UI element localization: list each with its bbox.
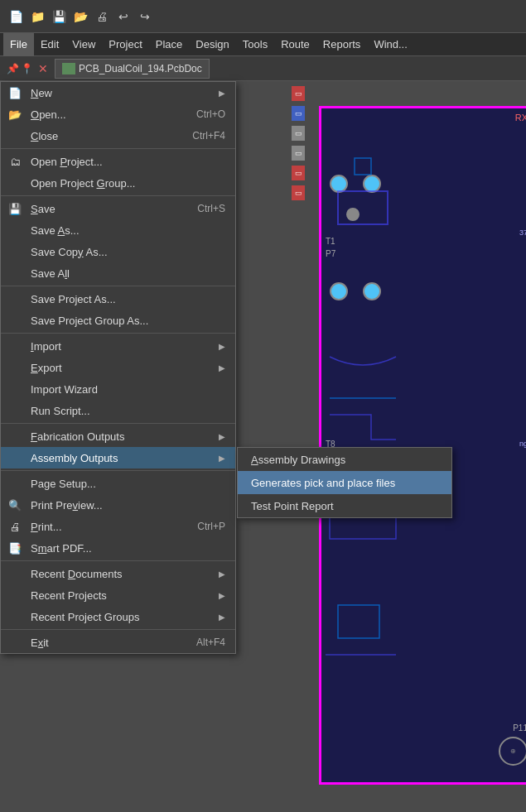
undo-icon[interactable]: ↩ [114, 7, 133, 26]
menu-item-open-project-group[interactable]: Open Project Group... [1, 172, 235, 194]
sep-2 [1, 195, 235, 196]
menu-edit[interactable]: Edit [34, 33, 65, 56]
menu-item-save-all[interactable]: Save All [1, 262, 235, 284]
new-label: New [31, 87, 219, 99]
main-content: RX T1 P7 37 T8 ng [0, 81, 526, 812]
open-folder-icon[interactable]: 📁 [28, 7, 46, 26]
menu-item-save-copy-as[interactable]: Save Copy As... [1, 241, 235, 262]
pcb-file-icon [62, 63, 75, 74]
menu-item-assembly-outputs[interactable]: Assembly Outputs ▶ Assembly Drawings Gen… [1, 447, 235, 468]
smart-pdf-icon: 📑 [6, 542, 24, 555]
menu-item-page-setup[interactable]: Page Setup... [1, 473, 235, 494]
assembly-label: Assembly Outputs [31, 452, 219, 464]
file-slot-2[interactable]: ▭ [290, 104, 306, 123]
test-point-report-label: Test Point Report [251, 500, 334, 512]
open-icon: 📂 [6, 108, 24, 121]
run-script-label: Run Script... [31, 405, 225, 417]
pin-icon[interactable]: 📌 [7, 63, 19, 74]
toolbar: 📄 📁 💾 📂 🖨 ↩ ↪ [0, 0, 526, 33]
menu-item-smart-pdf[interactable]: 📑 Smart PDF... [1, 537, 235, 559]
exit-label: Exit [31, 637, 196, 649]
menu-item-fabrication-outputs[interactable]: Fabrication Outputs ▶ [1, 425, 235, 447]
sep-6 [1, 470, 235, 471]
file-slot-1[interactable]: ▭ [290, 84, 306, 103]
menu-item-import[interactable]: Import ▶ [1, 335, 235, 357]
menu-view[interactable]: View [65, 33, 102, 56]
submenu-assembly-drawings[interactable]: Assembly Drawings [238, 448, 451, 471]
save-small-icon[interactable]: 💾 [50, 7, 68, 26]
menu-window[interactable]: Wind... [367, 33, 413, 56]
fabrication-arrow: ▶ [219, 432, 225, 441]
recent-documents-label: Recent Documents [31, 568, 219, 580]
import-label: Import [31, 340, 219, 353]
save-shortcut: Ctrl+S [197, 203, 225, 214]
print-preview-icon: 🔍 [6, 499, 24, 512]
menu-design[interactable]: Design [189, 33, 235, 56]
menu-item-save-as[interactable]: Save As... [1, 219, 235, 241]
menu-file[interactable]: File [3, 33, 34, 56]
new-doc-icon[interactable]: 📄 [7, 7, 25, 26]
menu-item-run-script[interactable]: Run Script... [1, 400, 235, 421]
thumbtack-icon[interactable]: 📍 [21, 63, 33, 74]
file-slot-5[interactable]: ▭ [290, 164, 306, 182]
sep-8 [1, 629, 235, 630]
import-wizard-label: Import Wizard [31, 383, 225, 396]
menu-item-print-preview[interactable]: 🔍 Print Preview... [1, 494, 235, 516]
menu-tools[interactable]: Tools [236, 33, 274, 56]
sep-4 [1, 333, 235, 334]
menu-item-recent-project-groups[interactable]: Recent Project Groups ▶ [1, 606, 235, 627]
fabrication-label: Fabrication Outputs [31, 430, 219, 443]
open2-icon[interactable]: 📂 [71, 7, 89, 26]
print-icon[interactable]: 🖨 [93, 7, 111, 26]
redo-icon[interactable]: ↪ [136, 7, 154, 26]
menu-item-recent-documents[interactable]: Recent Documents ▶ [1, 563, 235, 584]
menu-item-print[interactable]: 🖨 Print... Ctrl+P [1, 516, 235, 537]
menu-place[interactable]: Place [149, 33, 190, 56]
menu-item-open-project[interactable]: 🗂 Open Project... [1, 151, 235, 172]
menu-item-import-wizard[interactable]: Import Wizard [1, 378, 235, 400]
menu-item-save[interactable]: 💾 Save Ctrl+S [1, 198, 235, 219]
open-label: Open... [31, 108, 196, 121]
save-all-label: Save All [31, 267, 225, 280]
sep-1 [1, 148, 235, 149]
menu-reports[interactable]: Reports [316, 33, 368, 56]
export-arrow: ▶ [219, 363, 225, 372]
save-project-as-label: Save Project As... [31, 293, 225, 305]
file-slot-4[interactable]: ▭ [290, 144, 306, 162]
menu-item-new[interactable]: 📄 New ▶ [1, 82, 235, 103]
open-shortcut: Ctrl+O [196, 108, 225, 120]
print-label: Print... [31, 521, 197, 533]
menu-item-close[interactable]: Close Ctrl+F4 [1, 125, 235, 147]
menu-route[interactable]: Route [274, 33, 316, 56]
close-shortcut: Ctrl+F4 [192, 130, 225, 142]
file-slot-6[interactable]: ▭ [290, 184, 306, 202]
save-copy-label: Save Copy As... [31, 246, 225, 258]
file-slot-3[interactable]: ▭ [290, 124, 306, 142]
menu-project[interactable]: Project [102, 33, 148, 56]
sep-3 [1, 286, 235, 286]
recent-docs-arrow: ▶ [219, 569, 225, 579]
submenu-test-point-report[interactable]: Test Point Report [238, 494, 451, 517]
new-icon: 📄 [6, 87, 24, 99]
submenu-generates-pick-place[interactable]: Generates pick and place files [238, 471, 451, 494]
sep-5 [1, 423, 235, 424]
file-dropdown-menu: 📄 New ▶ 📂 Open... Ctrl+O Close Ctrl+F4 🗂… [0, 81, 236, 654]
print-preview-label: Print Preview... [31, 499, 225, 512]
print-shortcut: Ctrl+P [197, 521, 225, 532]
pcb-tab[interactable]: PCB_DualCoil_194.PcbDoc [55, 59, 210, 79]
new-arrow: ▶ [219, 89, 225, 98]
exit-shortcut: Alt+F4 [196, 637, 225, 648]
page-setup-label: Page Setup... [31, 478, 225, 490]
pcb-board: RX T1 P7 37 T8 ng [319, 106, 526, 785]
menu-item-save-project-as[interactable]: Save Project As... [1, 288, 235, 310]
recent-project-groups-label: Recent Project Groups [31, 611, 219, 623]
menu-item-recent-projects[interactable]: Recent Projects ▶ [1, 584, 235, 606]
menu-item-open[interactable]: 📂 Open... Ctrl+O [1, 103, 235, 125]
menu-item-save-project-group-as[interactable]: Save Project Group As... [1, 310, 235, 331]
menu-item-exit[interactable]: Exit Alt+F4 [1, 632, 235, 653]
close-tab-icon[interactable]: ✕ [38, 62, 48, 75]
open-project-group-label: Open Project Group... [31, 177, 225, 190]
generates-pick-place-label: Generates pick and place files [251, 477, 395, 489]
menu-item-export[interactable]: Export ▶ [1, 357, 235, 378]
recent-project-groups-arrow: ▶ [219, 613, 225, 622]
